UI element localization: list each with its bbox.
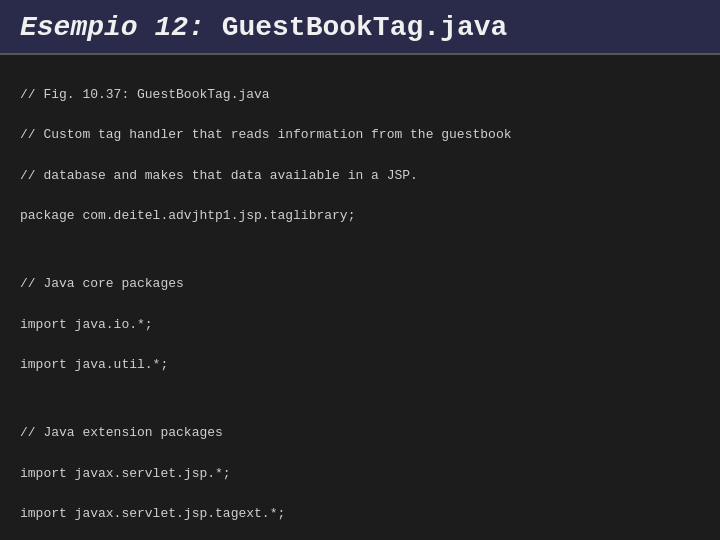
- code-line-3: // database and makes that data availabl…: [20, 166, 700, 186]
- code-line-7: import java.util.*;: [20, 355, 700, 375]
- slide-header: Esempio 12: GuestBookTag.java: [0, 0, 720, 55]
- code-line-6: import java.io.*;: [20, 315, 700, 335]
- code-line-8: // Java extension packages: [20, 423, 700, 443]
- title-italic: Esempio 12:: [20, 12, 205, 43]
- code-line-2: // Custom tag handler that reads informa…: [20, 125, 700, 145]
- code-line-9: import javax.servlet.jsp.*;: [20, 464, 700, 484]
- slide: Esempio 12: GuestBookTag.java // Fig. 10…: [0, 0, 720, 540]
- code-line-4: package com.deitel.advjhtp1.jsp.taglibra…: [20, 206, 700, 226]
- code-line-5: // Java core packages: [20, 274, 700, 294]
- slide-content: // Fig. 10.37: GuestBookTag.java // Cust…: [0, 55, 720, 540]
- title-code: GuestBookTag.java: [205, 12, 507, 43]
- code-block: // Fig. 10.37: GuestBookTag.java // Cust…: [20, 65, 700, 540]
- slide-title: Esempio 12: GuestBookTag.java: [20, 12, 507, 43]
- code-line-10: import javax.servlet.jsp.tagext.*;: [20, 504, 700, 524]
- code-line-1: // Fig. 10.37: GuestBookTag.java: [20, 85, 700, 105]
